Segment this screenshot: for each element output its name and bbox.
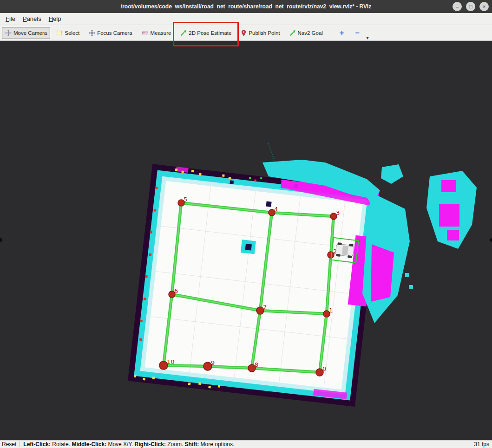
reset-button[interactable]: Reset [2,441,16,448]
tool-label: Nav2 Goal [298,30,323,36]
waypoint-label: 3 [336,209,340,216]
add-tool-icon: + [340,29,344,37]
tool-2d-pose-estimate[interactable]: 2D Pose Estimate [177,27,235,39]
menu-file[interactable]: File [2,14,19,24]
map-obstacle-cluster [241,240,256,254]
menubar: File Panels Help [0,13,492,25]
tool-label: Move Camera [13,30,47,36]
speck [249,177,251,179]
pose-estimate-arrow-icon [180,30,187,36]
tool-publish-point[interactable]: Publish Point [237,27,283,39]
tool-move-camera[interactable]: Move Camera [2,27,50,39]
tool-select[interactable]: Select [53,27,83,39]
tool-measure[interactable]: Measure [138,27,175,39]
tool-label: Select [65,30,79,36]
select-icon [56,30,63,36]
menu-panels[interactable]: Panels [19,14,45,24]
3d-view[interactable]: 012345678910 [0,41,492,440]
waypoint-label: 6 [174,287,178,294]
waypoint-label: 8 [255,361,258,368]
waypoint-label: 5 [184,196,187,203]
render-viewport[interactable]: 012345678910 [0,41,492,440]
minimize-icon: – [456,4,459,9]
tool-focus-camera[interactable]: Focus Camera [85,27,135,39]
toolbar-overflow-icon[interactable]: ▾ [367,32,371,40]
tool-label: Publish Point [249,30,280,36]
titlebar[interactable]: /root/volumes/code_ws/install/road_net_r… [0,0,492,13]
window-controls: – □ × [453,2,489,11]
focus-camera-icon [89,30,95,36]
map-obstacle-dot [266,201,271,207]
minimize-button[interactable]: – [453,2,462,11]
statusbar: Reset Left-Click: Rotate. Middle-Click: … [0,440,492,448]
fps-counter: 31 fps [474,441,489,448]
speck [254,179,256,181]
right-panel-handle[interactable] [489,237,492,243]
close-icon: × [483,4,485,9]
waypoint-label: 10 [167,358,175,365]
robot-cab [342,245,348,255]
measure-icon [142,30,149,36]
window-title: /root/volumes/code_ws/install/road_net_r… [121,3,371,10]
add-tool-button[interactable]: + [335,27,348,39]
left-panel-handle[interactable] [0,237,3,243]
rviz-window: /root/volumes/code_ws/install/road_net_r… [0,0,492,448]
close-button[interactable]: × [479,2,489,11]
tool-label: 2D Pose Estimate [189,30,231,36]
speck [260,177,262,179]
mouse-hints: Left-Click: Rotate. Middle-Click: Move X… [23,441,234,448]
nav2-goal-arrow-icon [289,30,296,36]
tool-label: Measure [151,30,171,36]
waypoint-label: 4 [274,206,278,213]
maximize-icon: □ [469,4,472,9]
menu-help[interactable]: Help [45,14,65,24]
maximize-button[interactable]: □ [466,2,475,11]
move-camera-icon [5,30,12,36]
waypoint-label: 9 [211,359,215,366]
remove-tool-icon: − [355,29,359,37]
publish-point-pin-icon [241,30,247,36]
tool-nav2-goal[interactable]: Nav2 Goal [286,27,326,39]
waypoint-label: 1 [329,307,333,314]
toolbar: Move Camera Select Focus Camera Measure [0,25,492,41]
waypoint-label: 7 [263,304,267,311]
tool-label: Focus Camera [97,30,132,36]
status-separator [20,442,20,447]
remove-tool-button[interactable]: − [351,27,363,39]
waypoint-label: 0 [322,365,326,372]
map-obstacle-dot [230,180,234,184]
